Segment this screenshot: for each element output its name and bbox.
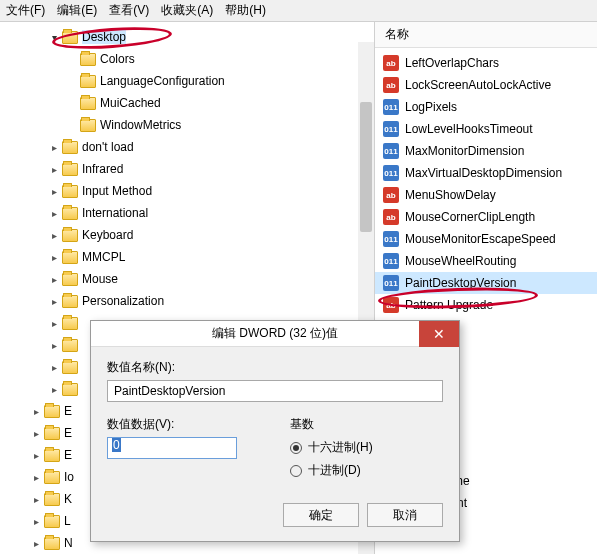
chevron-right-icon[interactable]: ▸: [48, 208, 60, 219]
chevron-down-icon[interactable]: ▾: [48, 32, 60, 43]
menu-view[interactable]: 查看(V): [109, 2, 149, 19]
chevron-right-icon[interactable]: ▸: [48, 142, 60, 153]
list-item[interactable]: 011PaintDesktopVersion: [375, 272, 597, 294]
tree-item[interactable]: ▾Desktop: [8, 26, 374, 48]
tree-item-label: International: [82, 206, 148, 220]
list-item-label: MaxVirtualDesktopDimension: [405, 166, 562, 180]
tree-item[interactable]: ▸Personalization: [8, 290, 374, 312]
list-item[interactable]: abLeftOverlapChars: [375, 52, 597, 74]
list-item[interactable]: 011MouseWheelRouting: [375, 250, 597, 272]
chevron-right-icon[interactable]: ▸: [30, 428, 42, 439]
radix-dec-option[interactable]: 十进制(D): [290, 462, 443, 479]
tree-item[interactable]: ▸don't load: [8, 136, 374, 158]
list-item-label: LogPixels: [405, 100, 457, 114]
tree-item-label: Personalization: [82, 294, 164, 308]
list-item[interactable]: 011MaxVirtualDesktopDimension: [375, 162, 597, 184]
tree-item[interactable]: ▸Input Method: [8, 180, 374, 202]
list-item[interactable]: 011LowLevelHooksTimeout: [375, 118, 597, 140]
folder-icon: [44, 515, 60, 528]
list-item-label: MenuShowDelay: [405, 188, 496, 202]
list-header-name[interactable]: 名称: [375, 22, 597, 48]
chevron-right-icon[interactable]: ▸: [30, 450, 42, 461]
chevron-right-icon[interactable]: ▸: [48, 252, 60, 263]
list-item[interactable]: 011MouseMonitorEscapeSpeed: [375, 228, 597, 250]
tree-item-label: don't load: [82, 140, 134, 154]
chevron-right-icon[interactable]: ▸: [48, 274, 60, 285]
folder-icon: [80, 53, 96, 66]
string-icon: ab: [383, 55, 399, 71]
menu-help[interactable]: 帮助(H): [225, 2, 266, 19]
list-item[interactable]: 011LogPixels: [375, 96, 597, 118]
tree-item-label: Io: [64, 470, 74, 484]
folder-icon: [62, 31, 78, 44]
chevron-right-icon[interactable]: ▸: [48, 362, 60, 373]
scrollbar-thumb[interactable]: [360, 102, 372, 232]
chevron-right-icon[interactable]: ▸: [48, 340, 60, 351]
folder-icon: [62, 185, 78, 198]
cancel-button[interactable]: 取消: [367, 503, 443, 527]
tree-item[interactable]: LanguageConfiguration: [8, 70, 374, 92]
folder-icon: [62, 251, 78, 264]
radio-icon: [290, 465, 302, 477]
chevron-right-icon[interactable]: ▸: [30, 538, 42, 549]
tree-item-label: Colors: [100, 52, 135, 66]
folder-icon: [62, 163, 78, 176]
menu-edit[interactable]: 编辑(E): [57, 2, 97, 19]
menu-fav[interactable]: 收藏夹(A): [161, 2, 213, 19]
chevron-right-icon[interactable]: ▸: [48, 230, 60, 241]
chevron-right-icon[interactable]: ▸: [48, 296, 60, 307]
tree-item-label: Mouse: [82, 272, 118, 286]
list-item[interactable]: 011MaxMonitorDimension: [375, 140, 597, 162]
folder-icon: [62, 207, 78, 220]
tree-item[interactable]: ▸Keyboard: [8, 224, 374, 246]
folder-icon: [44, 471, 60, 484]
edit-dword-dialog: 编辑 DWORD (32 位)值 ✕ 数值名称(N): 数值数据(V): 0 基…: [90, 320, 460, 542]
tree-item[interactable]: ▸International: [8, 202, 374, 224]
folder-icon: [44, 449, 60, 462]
dword-icon: 011: [383, 99, 399, 115]
list-item[interactable]: abMouseCornerClipLength: [375, 206, 597, 228]
tree-item[interactable]: MuiCached: [8, 92, 374, 114]
chevron-right-icon[interactable]: ▸: [30, 516, 42, 527]
folder-icon: [62, 317, 78, 330]
menu-file[interactable]: 文件(F): [6, 2, 45, 19]
close-icon[interactable]: ✕: [419, 321, 459, 347]
ok-button[interactable]: 确定: [283, 503, 359, 527]
list-item[interactable]: abLockScreenAutoLockActive: [375, 74, 597, 96]
chevron-right-icon[interactable]: ▸: [48, 318, 60, 329]
dword-icon: 011: [383, 143, 399, 159]
tree-item[interactable]: ▸MMCPL: [8, 246, 374, 268]
list-item[interactable]: abMenuShowDelay: [375, 184, 597, 206]
string-icon: ab: [383, 187, 399, 203]
chevron-right-icon[interactable]: ▸: [30, 494, 42, 505]
chevron-right-icon[interactable]: ▸: [30, 472, 42, 483]
chevron-right-icon[interactable]: ▸: [48, 164, 60, 175]
dialog-title: 编辑 DWORD (32 位)值: [212, 325, 338, 342]
value-data-input[interactable]: 0: [107, 437, 237, 459]
tree-item-label: WindowMetrics: [100, 118, 181, 132]
list-item-label: MouseCornerClipLength: [405, 210, 535, 224]
folder-icon: [44, 537, 60, 550]
value-name-input[interactable]: [107, 380, 443, 402]
list-item-label: LeftOverlapChars: [405, 56, 499, 70]
radix-hex-option[interactable]: 十六进制(H): [290, 439, 443, 456]
folder-icon: [62, 361, 78, 374]
tree-item[interactable]: ▸Mouse: [8, 268, 374, 290]
tree-item[interactable]: WindowMetrics: [8, 114, 374, 136]
list-item-label: LowLevelHooksTimeout: [405, 122, 533, 136]
list-item-label: LockScreenAutoLockActive: [405, 78, 551, 92]
chevron-right-icon[interactable]: ▸: [30, 406, 42, 417]
tree-item-label: E: [64, 448, 72, 462]
string-icon: ab: [383, 209, 399, 225]
list-item-label: Pattern Upgrade: [405, 298, 493, 312]
value-name-label: 数值名称(N):: [107, 359, 443, 376]
tree-item-label: E: [64, 404, 72, 418]
tree-item-label: K: [64, 492, 72, 506]
tree-item-label: MMCPL: [82, 250, 125, 264]
tree-item[interactable]: Colors: [8, 48, 374, 70]
chevron-right-icon[interactable]: ▸: [48, 186, 60, 197]
tree-item[interactable]: ▸Infrared: [8, 158, 374, 180]
chevron-right-icon[interactable]: ▸: [48, 384, 60, 395]
dialog-title-bar[interactable]: 编辑 DWORD (32 位)值 ✕: [91, 321, 459, 347]
list-item[interactable]: abPattern Upgrade: [375, 294, 597, 316]
